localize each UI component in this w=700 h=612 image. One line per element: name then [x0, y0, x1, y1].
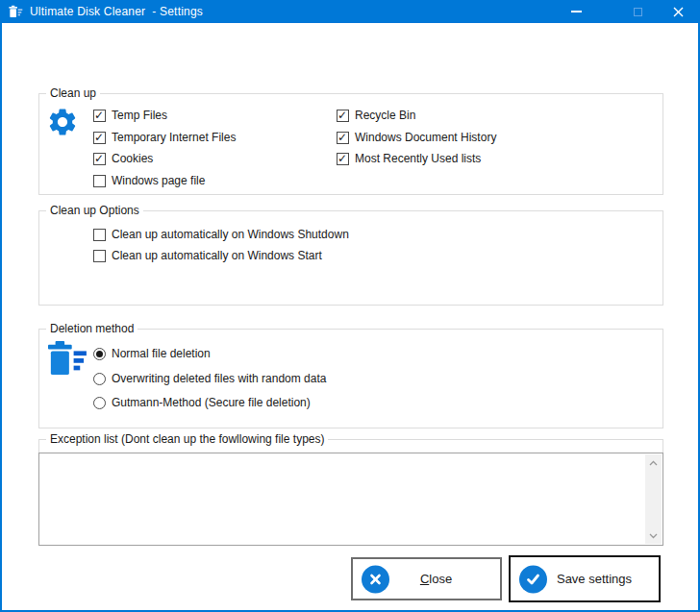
group-clean-up-options-label: Clean up Options — [46, 204, 143, 218]
minimize-button[interactable] — [554, 0, 598, 23]
checkbox-label: Clean up automatically on Windows Shutdo… — [112, 228, 349, 242]
radio-button[interactable] — [93, 397, 106, 409]
settings-window: Ultimate Disk Cleaner - Settings Clean u… — [0, 0, 700, 612]
checkbox[interactable] — [93, 229, 106, 241]
checkbox[interactable] — [337, 132, 349, 144]
radio-row-overwriting-random-data[interactable]: Overwriting deleted files with random da… — [93, 372, 326, 386]
maximize-button[interactable] — [615, 0, 660, 23]
close-window-button[interactable] — [656, 0, 700, 23]
maximize-icon — [634, 8, 642, 16]
checkbox-label: Clean up automatically on Windows Start — [112, 249, 322, 263]
checkbox[interactable] — [337, 110, 349, 122]
radio-label: Normal file deletion — [112, 347, 211, 361]
checkbox-row-cleanup-on-start[interactable]: Clean up automatically on Windows Start — [93, 249, 322, 263]
group-deletion-method-label: Deletion method — [46, 322, 138, 336]
group-exception-list-label: Exception list (Dont clean up the fowllo… — [46, 432, 328, 447]
radio-button[interactable] — [93, 348, 106, 360]
checkbox-row-temporary-internet-files[interactable]: Temporary Internet Files — [93, 131, 236, 145]
checkbox[interactable] — [93, 175, 106, 187]
checkbox-row-recycle-bin[interactable]: Recycle Bin — [337, 109, 415, 123]
trash-icon — [44, 340, 88, 377]
checkbox-row-windows-page-file[interactable]: Windows page file — [93, 174, 205, 188]
check-circle-icon — [519, 565, 547, 593]
titlebar: Ultimate Disk Cleaner - Settings — [0, 0, 700, 23]
checkbox-row-windows-document-history[interactable]: Windows Document History — [337, 131, 496, 145]
radio-row-gutmann-method[interactable]: Gutmann-Method (Secure file deletion) — [93, 396, 311, 410]
checkbox-label: Temp Files — [112, 109, 167, 123]
checkbox-label: Recycle Bin — [355, 109, 415, 123]
checkbox[interactable] — [93, 132, 106, 144]
group-clean-up-label: Clean up — [46, 86, 100, 101]
checkbox-label: Most Recently Used lists — [355, 152, 481, 166]
checkbox[interactable] — [337, 153, 349, 165]
radio-label: Gutmann-Method (Secure file deletion) — [112, 396, 311, 410]
exception-textarea[interactable] — [38, 453, 663, 546]
checkbox-row-most-recently-used-lists[interactable]: Most Recently Used lists — [337, 152, 481, 166]
close-button[interactable]: Close — [351, 557, 502, 600]
checkbox-row-temp-files[interactable]: Temp Files — [93, 109, 167, 123]
checkbox[interactable] — [93, 250, 106, 262]
vertical-scrollbar[interactable] — [645, 454, 662, 544]
window-title: Ultimate Disk Cleaner - Settings — [30, 5, 203, 18]
radio-label: Overwriting deleted files with random da… — [112, 372, 326, 386]
radio-button[interactable] — [93, 373, 106, 385]
radio-row-normal-file-deletion[interactable]: Normal file deletion — [93, 347, 211, 361]
close-icon — [673, 7, 684, 17]
app-trash-icon — [8, 4, 23, 19]
checkbox-label: Windows Document History — [355, 131, 496, 145]
checkbox-row-cookies[interactable]: Cookies — [93, 152, 153, 166]
checkbox-label: Cookies — [112, 152, 153, 166]
close-circle-icon — [362, 565, 389, 593]
scroll-down-icon[interactable] — [645, 527, 662, 544]
scroll-up-icon[interactable] — [645, 454, 662, 471]
checkbox-label: Temporary Internet Files — [112, 131, 236, 145]
minimize-icon — [571, 11, 582, 12]
checkbox[interactable] — [93, 110, 106, 122]
checkbox[interactable] — [93, 153, 106, 165]
checkbox-row-cleanup-on-shutdown[interactable]: Clean up automatically on Windows Shutdo… — [93, 228, 349, 242]
checkbox-label: Windows page file — [112, 174, 205, 188]
save-settings-button[interactable]: Save settings — [509, 555, 661, 602]
